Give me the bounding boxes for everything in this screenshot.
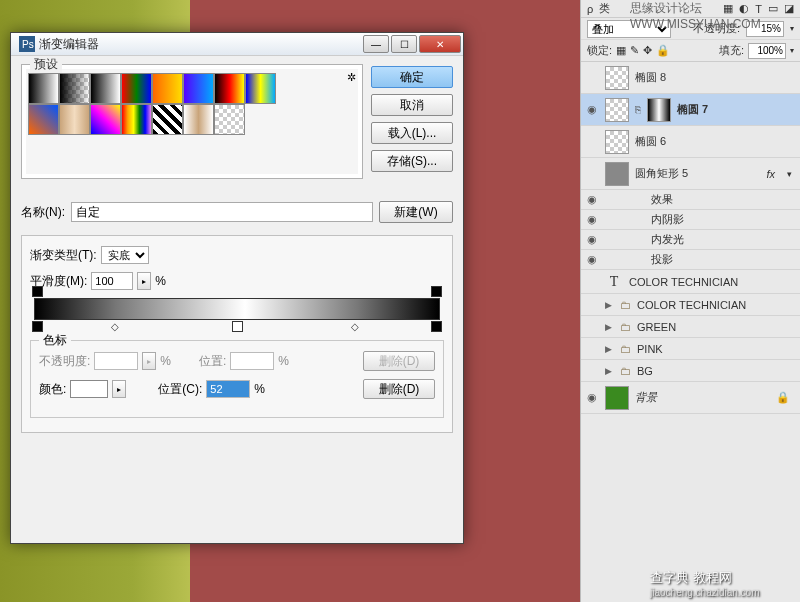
- folder-icon: 🗀: [620, 299, 631, 311]
- smoothness-input[interactable]: [91, 272, 133, 290]
- visibility-toggle[interactable]: ◉: [585, 193, 599, 206]
- gradient-type-select[interactable]: 实底: [101, 246, 149, 264]
- gradient-preset[interactable]: [121, 73, 152, 104]
- layer-row[interactable]: 圆角矩形 5 fx▾: [581, 158, 800, 190]
- shape-thumb[interactable]: [605, 162, 629, 186]
- gradient-preset[interactable]: [214, 73, 245, 104]
- presets-label: 预设: [30, 56, 62, 73]
- gradient-preset[interactable]: [59, 104, 90, 135]
- stops-title: 色标: [39, 332, 71, 349]
- color-location-label: 位置(C):: [158, 381, 202, 398]
- disclosure-icon[interactable]: ▶: [605, 366, 612, 376]
- gradient-preset[interactable]: [90, 73, 121, 104]
- dialog-titlebar[interactable]: Ps 渐变编辑器 — ☐ ✕: [11, 33, 463, 56]
- layer-row[interactable]: 椭圆 6: [581, 126, 800, 158]
- gradient-preset[interactable]: [183, 104, 214, 135]
- app-icon: Ps: [19, 36, 35, 52]
- gradient-preset[interactable]: [245, 73, 276, 104]
- smoothness-stepper[interactable]: ▸: [137, 272, 151, 290]
- maximize-button[interactable]: ☐: [391, 35, 417, 53]
- effect-drop-shadow: 投影: [651, 252, 673, 267]
- disclosure-icon[interactable]: ▶: [605, 344, 612, 354]
- layer-row[interactable]: ◉ 背景 🔒: [581, 382, 800, 414]
- layer-row[interactable]: 椭圆 8: [581, 62, 800, 94]
- layers-list[interactable]: 椭圆 8 ◉ ⎘ 椭圆 7 椭圆 6 圆角矩形 5 fx▾ ◉效果 ◉内阴影 ◉…: [581, 62, 800, 414]
- gradient-preset[interactable]: [28, 73, 59, 104]
- gradient-preset[interactable]: [183, 73, 214, 104]
- color-swatch[interactable]: [70, 380, 108, 398]
- visibility-toggle[interactable]: ◉: [585, 103, 599, 116]
- effect-row[interactable]: ◉内发光: [581, 230, 800, 250]
- gradient-preview-bar[interactable]: [34, 298, 440, 320]
- watermark-bottom: 查字典 教程网 jiaocheng.chazidian.com: [650, 569, 760, 598]
- folder-icon: 🗀: [620, 321, 631, 333]
- cancel-button[interactable]: 取消: [371, 94, 453, 116]
- midpoint-marker[interactable]: ◇: [351, 321, 359, 332]
- effect-row[interactable]: ◉内阴影: [581, 210, 800, 230]
- delete-opacity-stop-button: 删除(D): [363, 351, 435, 371]
- layer-thumb[interactable]: [605, 386, 629, 410]
- effect-row[interactable]: ◉投影: [581, 250, 800, 270]
- gradient-bar-editor[interactable]: ◇ ◇: [34, 298, 440, 320]
- layer-group-row[interactable]: ▶ 🗀 GREEN: [581, 316, 800, 338]
- color-stop[interactable]: [431, 321, 442, 332]
- gradient-preset[interactable]: [90, 104, 121, 135]
- fill-label: 填充:: [719, 43, 744, 58]
- layer-row[interactable]: T COLOR TECHNICIAN: [581, 270, 800, 294]
- save-button[interactable]: 存储(S)...: [371, 150, 453, 172]
- ok-button[interactable]: 确定: [371, 66, 453, 88]
- layer-name: COLOR TECHNICIAN: [629, 276, 738, 288]
- new-button[interactable]: 新建(W): [379, 201, 453, 223]
- lock-position-icon[interactable]: ✥: [643, 44, 652, 57]
- opacity-location-input: [230, 352, 274, 370]
- layer-group-row[interactable]: ▶ 🗀 BG: [581, 360, 800, 382]
- visibility-toggle[interactable]: ◉: [585, 391, 599, 404]
- minimize-button[interactable]: —: [363, 35, 389, 53]
- presets-list[interactable]: [26, 69, 358, 174]
- gradient-type-group: 渐变类型(T): 实底 平滑度(M): ▸ % ◇ ◇ 色标: [21, 235, 453, 433]
- percent-suffix: %: [278, 354, 289, 368]
- load-button[interactable]: 载入(L)...: [371, 122, 453, 144]
- opacity-stop[interactable]: [32, 286, 43, 297]
- visibility-toggle[interactable]: ◉: [585, 233, 599, 246]
- layer-group-row[interactable]: ▶ 🗀 COLOR TECHNICIAN: [581, 294, 800, 316]
- gradient-preset[interactable]: [152, 73, 183, 104]
- layer-fill-input[interactable]: [748, 43, 786, 59]
- layer-thumb[interactable]: [605, 66, 629, 90]
- disclosure-icon[interactable]: ▶: [605, 322, 612, 332]
- color-stepper[interactable]: ▸: [112, 380, 126, 398]
- mask-thumb[interactable]: [647, 98, 671, 122]
- disclosure-icon[interactable]: ▶: [605, 300, 612, 310]
- lock-all-icon[interactable]: 🔒: [656, 44, 670, 57]
- layer-thumb[interactable]: [605, 98, 629, 122]
- layer-thumb[interactable]: [605, 130, 629, 154]
- opacity-stop[interactable]: [431, 286, 442, 297]
- layer-name: 椭圆 8: [635, 70, 666, 85]
- opacity-value-input: [94, 352, 138, 370]
- gradient-preset[interactable]: [121, 104, 152, 135]
- lock-paint-icon[interactable]: ✎: [630, 44, 639, 57]
- midpoint-marker[interactable]: ◇: [111, 321, 119, 332]
- fx-badge[interactable]: fx: [766, 168, 781, 180]
- delete-color-stop-button[interactable]: 删除(D): [363, 379, 435, 399]
- gradient-name-input[interactable]: [71, 202, 373, 222]
- folder-icon: 🗀: [620, 365, 631, 377]
- close-button[interactable]: ✕: [419, 35, 461, 53]
- gradient-preset[interactable]: [59, 73, 90, 104]
- visibility-toggle[interactable]: ◉: [585, 213, 599, 226]
- opacity-stepper: ▸: [142, 352, 156, 370]
- gradient-preset[interactable]: [152, 104, 183, 135]
- layer-name: COLOR TECHNICIAN: [637, 299, 746, 311]
- layer-group-row[interactable]: ▶ 🗀 PINK: [581, 338, 800, 360]
- visibility-toggle[interactable]: ◉: [585, 253, 599, 266]
- layer-row[interactable]: ◉ ⎘ 椭圆 7: [581, 94, 800, 126]
- gradient-preset[interactable]: [28, 104, 59, 135]
- effect-row[interactable]: ◉效果: [581, 190, 800, 210]
- lock-transparency-icon[interactable]: ▦: [616, 44, 626, 57]
- color-location-input[interactable]: [206, 380, 250, 398]
- color-stop[interactable]: [232, 321, 243, 332]
- opacity-location-label: 位置:: [199, 353, 226, 370]
- gradient-preset[interactable]: [214, 104, 245, 135]
- color-stop[interactable]: [32, 321, 43, 332]
- presets-menu-icon[interactable]: ✲: [347, 71, 356, 84]
